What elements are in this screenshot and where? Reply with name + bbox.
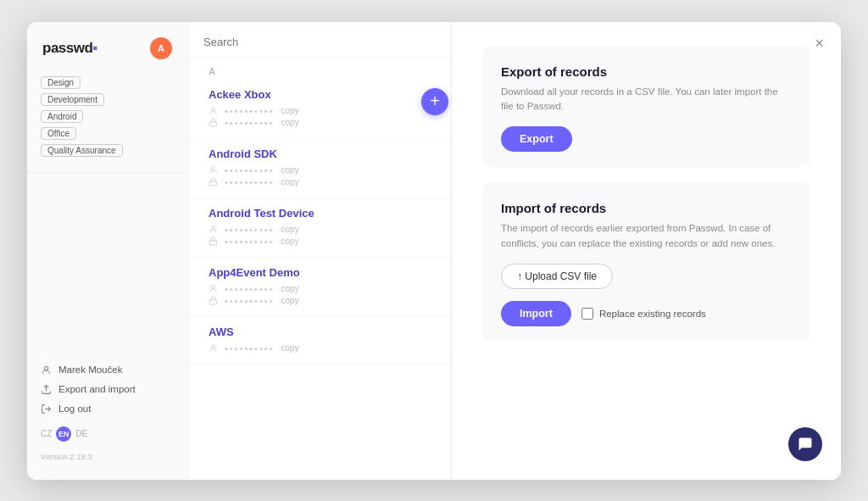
user-name-label: Marek Mouček	[58, 365, 122, 375]
copy-pass-link[interactable]: copy	[281, 118, 299, 127]
import-title: Import of records	[501, 201, 792, 215]
overlay-panel: × Export of records Download all your re…	[451, 22, 841, 480]
sidebar: passwd▪ A DesignDevelopmentAndroidOffice…	[27, 22, 188, 480]
export-button[interactable]: Export	[501, 126, 572, 152]
upload-csv-button[interactable]: ↑ Upload CSV file	[501, 264, 613, 289]
svg-point-11	[212, 286, 215, 289]
export-section: Export of records Download all your reco…	[482, 46, 810, 168]
sidebar-logo: passwd▪ A	[27, 37, 187, 73]
chat-bubble-button[interactable]	[788, 427, 822, 461]
sidebar-tag[interactable]: Office	[41, 127, 76, 140]
replace-records-checkbox[interactable]	[581, 308, 593, 320]
language-row: CZ EN DE	[41, 426, 174, 442]
replace-records-label[interactable]: Replace existing records	[581, 308, 706, 320]
copy-user-link[interactable]: copy	[281, 225, 299, 234]
sidebar-tags: DesignDevelopmentAndroidOfficeQuality As…	[27, 73, 187, 165]
lang-en[interactable]: EN	[56, 426, 71, 442]
copy-user-link[interactable]: copy	[281, 284, 299, 293]
sidebar-tag[interactable]: Design	[41, 76, 81, 89]
version-label: Version 2.18.3	[41, 452, 174, 461]
copy-user-link[interactable]: copy	[281, 165, 299, 175]
sidebar-tag[interactable]: Development	[41, 93, 104, 106]
lang-de[interactable]: DE	[75, 429, 87, 438]
sidebar-tag[interactable]: Android	[41, 110, 83, 123]
replace-records-text: Replace existing records	[599, 309, 706, 319]
export-import-link[interactable]: Export and import	[41, 384, 174, 395]
export-title: Export of records	[501, 64, 792, 79]
sidebar-tag[interactable]: Quality Assurance	[41, 144, 123, 157]
logout-label: Log out	[58, 404, 91, 414]
svg-point-0	[44, 366, 47, 370]
close-button[interactable]: ×	[815, 36, 824, 51]
copy-pass-link[interactable]: copy	[281, 177, 299, 186]
export-description: Download all your records in a CSV file.…	[501, 85, 792, 115]
copy-pass-link[interactable]: copy	[281, 296, 299, 305]
svg-rect-10	[209, 241, 216, 245]
import-button[interactable]: Import	[501, 301, 571, 326]
import-row: Import Replace existing records	[501, 301, 792, 326]
copy-user-link[interactable]: copy	[281, 106, 299, 115]
logout-link[interactable]: Log out	[41, 404, 174, 415]
lang-cz[interactable]: CZ	[41, 429, 52, 438]
copy-pass-link[interactable]: copy	[281, 237, 299, 246]
svg-rect-8	[209, 181, 216, 186]
sidebar-bottom: Marek Mouček Export and import Log out C…	[27, 356, 187, 470]
svg-point-7	[212, 167, 215, 170]
sidebar-user: Marek Mouček	[41, 365, 174, 376]
avatar: A	[150, 37, 172, 59]
import-description: The import of records earlier exported f…	[501, 221, 792, 252]
import-section: Import of records The import of records …	[482, 182, 810, 342]
svg-rect-12	[209, 300, 216, 304]
svg-rect-6	[209, 122, 216, 126]
export-import-label: Export and import	[58, 384, 136, 394]
app-window: passwd▪ A DesignDevelopmentAndroidOffice…	[27, 22, 841, 480]
svg-point-5	[212, 108, 215, 111]
svg-point-13	[212, 345, 215, 348]
svg-point-9	[212, 226, 215, 230]
logo-text: passwd▪	[42, 40, 97, 57]
sidebar-divider	[27, 172, 187, 173]
copy-user-link[interactable]: copy	[281, 343, 299, 353]
add-record-button[interactable]: +	[421, 88, 448, 115]
logo-dot: ▪	[92, 40, 97, 56]
overlay-inner: Export of records Download all your reco…	[452, 22, 841, 480]
